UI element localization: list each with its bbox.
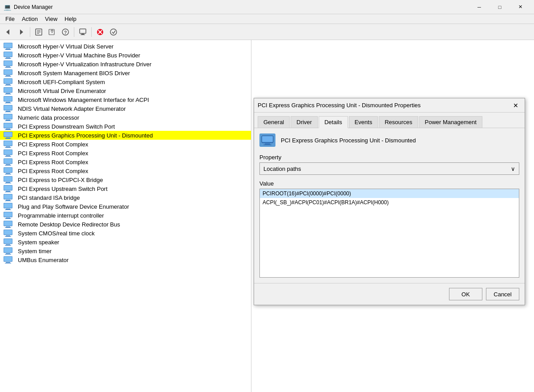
tree-item[interactable]: PCI Express Root Complex [0,158,251,166]
tree-item[interactable]: PCI Express Root Complex [0,149,251,158]
menu-file[interactable]: File [2,15,18,23]
scan-icon [109,28,117,36]
back-button[interactable] [2,26,14,38]
menu-help[interactable]: Help [61,15,80,23]
tree-item[interactable]: Microsoft Hyper-V Virtualization Infrast… [0,60,251,69]
tab-power-management[interactable]: Power Management [419,116,482,128]
value-list-item[interactable]: PCIROOT(16)#PCI(0000)#PCI(0000) [260,189,519,198]
svg-rect-118 [5,263,11,263]
value-list-item[interactable]: ACPI(_SB_)#ACPI(PC01)#ACPI(BR1A)#ACPI(H0… [260,198,519,207]
tree-item[interactable]: Microsoft Virtual Drive Enumerator [0,86,251,95]
tab-details[interactable]: Details [319,116,348,128]
update-driver-button[interactable] [46,26,58,38]
tree-item[interactable]: PCI Express Graphics Processing Unit - D… [0,131,251,140]
tree-item[interactable]: UMBus Enumerator [0,255,251,264]
close-button[interactable]: ✕ [510,0,530,14]
tree-item[interactable]: Programmable interrupt controller [0,211,251,220]
value-list[interactable]: PCIROOT(16)#PCI(0000)#PCI(0000)ACPI(_SB_… [259,189,519,278]
minimize-button[interactable]: ─ [469,0,490,14]
properties-button[interactable] [32,26,45,38]
svg-rect-88 [4,194,12,199]
tree-item[interactable]: System speaker [0,238,251,247]
svg-rect-61 [6,137,10,138]
tree-item[interactable]: PCI standard ISA bridge [0,193,251,202]
tree-item[interactable]: PCI Express Downstream Switch Port [0,122,251,131]
svg-rect-109 [6,244,10,245]
svg-rect-40 [4,88,12,92]
device-list-icon [4,185,15,192]
dialog-close-button[interactable]: ✕ [510,100,521,111]
tree-item[interactable]: Microsoft UEFI-Compliant System [0,77,251,86]
svg-rect-46 [5,103,11,103]
tree-item-label: NDIS Virtual Network Adapter Enumerator [18,105,126,112]
tree-item[interactable]: PCI Express to PCI/PCI-X Bridge [0,175,251,184]
ok-button[interactable]: OK [449,288,482,300]
svg-rect-85 [6,191,10,192]
tree-item[interactable]: System timer [0,247,251,255]
tree-item-label: Microsoft Hyper-V Virtual Machine Bus Pr… [18,52,140,59]
tree-item-label: Programmable interrupt controller [18,212,104,219]
menu-action[interactable]: Action [18,15,41,23]
svg-rect-30 [5,67,11,68]
tab-driver[interactable]: Driver [291,116,318,128]
tab-events[interactable]: Events [349,116,378,128]
device-list-icon [4,150,15,157]
tab-resources[interactable]: Resources [379,116,418,128]
device-list-icon [4,167,15,174]
tree-item-label: Microsoft System Management BIOS Driver [18,70,130,77]
uninstall-icon [96,28,104,36]
svg-rect-44 [4,97,12,101]
tree-item[interactable]: Microsoft Hyper-V Virtual Machine Bus Pr… [0,51,251,60]
svg-rect-92 [4,203,12,208]
svg-line-8 [51,30,52,31]
tree-item-label: PCI Express Root Complex [18,141,88,148]
tree-item-label: Microsoft UEFI-Compliant System [18,79,105,85]
tree-item[interactable]: NDIS Virtual Network Adapter Enumerator [0,104,251,113]
app-icon: 💻 [4,4,11,11]
forward-button[interactable] [15,26,28,38]
svg-rect-29 [6,66,10,67]
tree-item[interactable]: Plug and Play Software Device Enumerator [0,202,251,211]
svg-rect-82 [5,183,11,183]
main-content: Microsoft Hyper-V Virtual Disk Server Mi… [0,40,534,392]
cancel-button[interactable]: Cancel [486,288,519,300]
svg-rect-94 [5,210,11,210]
device-list-icon [4,87,15,94]
show-hidden-button[interactable] [77,26,89,38]
help-button[interactable]: ? [59,26,72,38]
tree-item[interactable]: Microsoft Windows Management Interface f… [0,95,251,104]
svg-rect-28 [4,61,12,65]
help-icon: ? [61,28,69,36]
tree-item[interactable]: Microsoft System Management BIOS Driver [0,69,251,77]
svg-rect-45 [6,102,10,103]
tree-item[interactable]: PCI Express Root Complex [0,140,251,149]
svg-rect-65 [6,146,10,147]
tree-item[interactable]: PCI Express Upstream Switch Port [0,184,251,193]
device-list-icon [4,61,15,68]
tree-item[interactable]: Microsoft Hyper-V Virtual Disk Server [0,42,251,51]
tree-item[interactable]: Remote Desktop Device Redirector Bus [0,220,251,229]
svg-rect-117 [6,262,10,263]
tree-item[interactable]: Numeric data processor [0,113,251,122]
property-dropdown[interactable]: Location paths ∨ [259,162,519,175]
svg-rect-36 [4,79,12,83]
maximize-button[interactable]: □ [490,0,510,14]
svg-rect-50 [5,112,11,112]
properties-dialog: PCI Express Graphics Processing Unit - D… [254,98,525,305]
uninstall-button[interactable] [94,26,106,38]
tab-general[interactable]: General [258,116,290,128]
svg-rect-78 [5,174,11,174]
tree-item[interactable]: System CMOS/real time clock [0,229,251,238]
scan-button[interactable] [107,26,120,38]
tree-item-label: Remote Desktop Device Redirector Bus [18,221,120,228]
menu-view[interactable]: View [41,15,61,23]
tree-item[interactable]: PCI Express Root Complex [0,166,251,175]
tree-item-label: System timer [18,248,52,255]
properties-icon [35,28,43,36]
tree-item-label: Microsoft Windows Management Interface f… [18,97,149,103]
svg-rect-12 [80,29,86,33]
svg-text:?: ? [64,30,67,35]
device-tree[interactable]: Microsoft Hyper-V Virtual Disk Server Mi… [0,40,251,392]
svg-rect-84 [4,186,12,190]
svg-rect-33 [6,75,10,76]
